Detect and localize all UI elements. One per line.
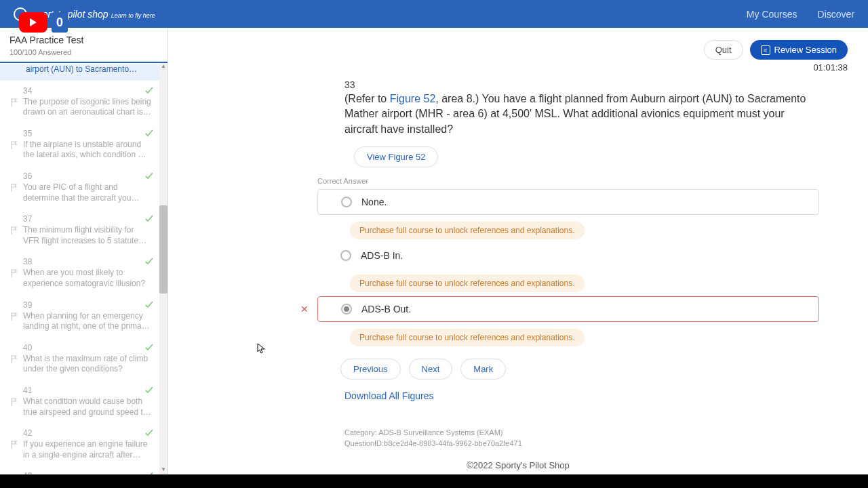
sidebar-item-text: If the airplane is unstable around the l… (23, 140, 158, 161)
question-id-label: QuestionID:b8ce2d4e-8983-44fa-9962-bbe70… (344, 439, 819, 447)
sidebar-item-39[interactable]: 39 When planning for an emergency landin… (0, 295, 167, 338)
radio-icon (340, 250, 351, 261)
mouse-cursor-icon (257, 343, 265, 354)
question-list[interactable]: airport (AUN) to Sacramento Mather air..… (0, 63, 167, 474)
check-icon (144, 257, 154, 266)
sidebar-item-text: The purpose of isogonic lines being draw… (23, 97, 158, 118)
flag-icon (11, 140, 18, 148)
review-session-button[interactable]: ≡ Review Session (750, 40, 848, 60)
test-title: FAA Practice Test (9, 35, 158, 45)
question-panel: 33 (Refer to Figure 52, area 8.) You hav… (344, 79, 819, 447)
timer-display: 01:01:38 (189, 62, 848, 73)
question-nav: Previous Next Mark (340, 359, 819, 380)
overlay-badge: 0 (52, 12, 68, 33)
sidebar-item-num: 37 (23, 214, 158, 224)
sidebar-header: FAA Practice Test 100/100 Answered (0, 28, 167, 63)
check-icon (144, 214, 154, 224)
sidebar-item-42[interactable]: 42 If you experience an engine failure i… (0, 423, 167, 466)
progress-text: 100/100 Answered (9, 48, 158, 59)
check-icon (144, 386, 154, 395)
check-icon (144, 343, 154, 352)
flag-icon (11, 439, 18, 447)
figure-link[interactable]: Figure 52 (390, 93, 436, 104)
answer-text: None. (361, 197, 387, 207)
sidebar-item-34[interactable]: 34 The purpose of isogonic lines being d… (0, 81, 167, 123)
sidebar-item-snippet: airport (AUN) to Sacramento Mather air..… (26, 64, 155, 75)
app-header: sporty's pilot shopLearn to fly here My … (0, 0, 868, 28)
quit-button[interactable]: Quit (704, 40, 743, 60)
flag-icon (11, 268, 18, 276)
sidebar-item-text: If you experience an engine failure in a… (23, 439, 158, 460)
sidebar-item-37[interactable]: 37 The minimum flight visibility for VFR… (0, 209, 167, 251)
youtube-play-icon[interactable] (19, 12, 47, 33)
flag-icon (11, 225, 18, 233)
unlock-pill[interactable]: Purchase full course to unlock reference… (350, 274, 585, 292)
sidebar-item-38[interactable]: 38 When are you most likely to experienc… (0, 251, 167, 294)
flag-icon (11, 354, 18, 362)
sidebar-scrollbar[interactable]: ▲ ▼ (159, 63, 167, 474)
nav-discover[interactable]: Discover (818, 9, 854, 20)
scroll-thumb[interactable] (159, 205, 167, 293)
sidebar-item-text: When are you most likely to experience s… (23, 268, 158, 289)
category-label: Category: ADS-B Surveillance Systems (EX… (344, 428, 819, 436)
brand-tagline: Learn to fly here (111, 12, 155, 19)
check-icon (144, 86, 154, 96)
main-layout: FAA Practice Test 100/100 Answered airpo… (0, 28, 868, 474)
nav-my-courses[interactable]: My Courses (747, 9, 797, 20)
answer-option-c[interactable]: ADS-B Out. (317, 296, 819, 322)
sidebar-item-num: 43 (23, 471, 158, 474)
flag-icon (11, 311, 18, 319)
question-sidebar: FAA Practice Test 100/100 Answered airpo… (0, 28, 168, 474)
sidebar-item-33[interactable]: airport (AUN) to Sacramento Mather air..… (0, 64, 167, 81)
answer-option-b[interactable]: ADS-B In. (317, 243, 819, 268)
sidebar-item-36[interactable]: 36 You are PIC of a flight and determine… (0, 166, 167, 209)
sidebar-item-num: 38 (23, 257, 158, 266)
question-number: 33 (344, 79, 819, 90)
review-label: Review Session (774, 45, 837, 55)
content-toolbar: Quit ≡ Review Session (189, 40, 848, 60)
sidebar-item-text: When planning for an emergency landing a… (23, 311, 158, 332)
sidebar-item-num: 35 (23, 129, 158, 138)
check-icon (144, 471, 154, 474)
content-area: Quit ≡ Review Session 01:01:38 33 (Refer… (168, 28, 868, 474)
review-icon: ≡ (761, 45, 770, 55)
next-button[interactable]: Next (409, 359, 453, 380)
sidebar-item-text: You are PIC of a flight and determine th… (23, 182, 158, 203)
unlock-pill[interactable]: Purchase full course to unlock reference… (350, 329, 585, 346)
sidebar-item-num: 42 (23, 428, 158, 438)
answer-text: ADS-B Out. (361, 304, 411, 314)
sidebar-item-text: What condition would cause both true air… (23, 396, 158, 418)
download-figures-link[interactable]: Download All Figures (344, 390, 819, 401)
sidebar-item-num: 36 (23, 171, 158, 181)
flag-icon (11, 396, 18, 405)
radio-icon (341, 304, 352, 314)
question-pre: (Refer to (344, 93, 390, 104)
app-root: 0 sporty's pilot shopLearn to fly here M… (0, 0, 868, 474)
flag-icon (11, 182, 18, 190)
sidebar-item-num: 39 (23, 300, 158, 310)
check-icon (144, 129, 154, 138)
correct-answer-label: Correct Answer (317, 177, 819, 185)
sidebar-item-43[interactable]: 43 What will be the distance required to (0, 466, 167, 474)
scroll-up-icon[interactable]: ▲ (159, 63, 167, 71)
sidebar-item-35[interactable]: 35 If the airplane is unstable around th… (0, 123, 167, 166)
sidebar-item-40[interactable]: 40 What is the maximum rate of climb und… (0, 338, 167, 380)
previous-button[interactable]: Previous (340, 359, 401, 380)
header-nav: My Courses Discover (747, 9, 854, 20)
view-figure-button[interactable]: View Figure 52 (354, 146, 438, 167)
footer-copyright: ©2022 Sporty's Pilot Shop (168, 456, 868, 474)
sidebar-item-text: What is the maximum rate of climb under … (23, 354, 158, 375)
flag-icon (11, 97, 18, 105)
unlock-pill[interactable]: Purchase full course to unlock reference… (350, 222, 585, 239)
question-text: (Refer to Figure 52, area 8.) You have a… (344, 92, 819, 137)
check-icon (144, 171, 154, 181)
answer-option-a[interactable]: None. (317, 189, 819, 215)
sidebar-item-41[interactable]: 41 What condition would cause both true … (0, 380, 167, 423)
check-icon (144, 300, 154, 310)
sidebar-item-num: 41 (23, 386, 158, 395)
sidebar-item-num: 40 (23, 343, 158, 352)
answer-text: ADS-B In. (361, 250, 403, 261)
check-icon (144, 428, 154, 438)
scroll-down-icon[interactable]: ▼ (159, 466, 167, 474)
mark-button[interactable]: Mark (460, 359, 506, 380)
